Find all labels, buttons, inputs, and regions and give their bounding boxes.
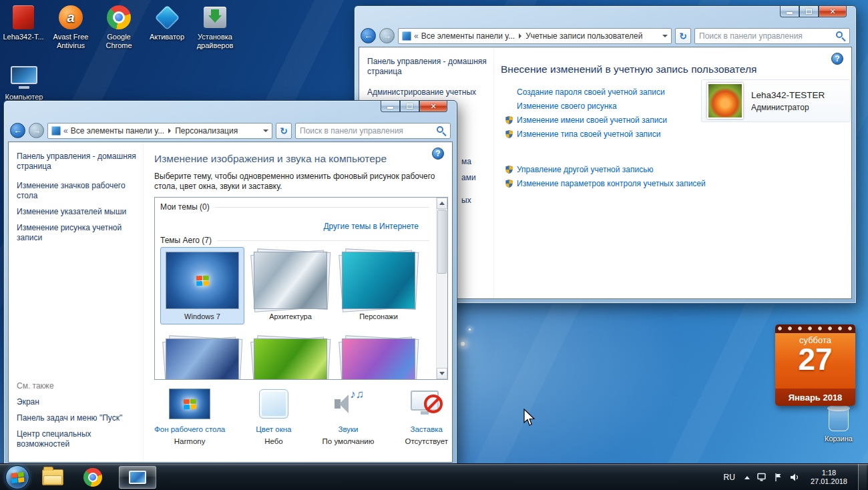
forward-button[interactable]: →: [379, 28, 395, 43]
volume-icon[interactable]: [789, 473, 800, 482]
personalization-footer: Фон рабочего стола Harmony Цвет окна Неб…: [154, 387, 448, 445]
sounds-button[interactable]: Звуки По умолчанию: [322, 387, 375, 445]
page-title: Изменение изображения и звука на компьют…: [154, 153, 387, 165]
desktop-icon-recycle-bin[interactable]: Корзина: [813, 406, 864, 443]
account-management-links: Управление другой учетной записью Измене…: [501, 165, 706, 188]
link-manage-other-account[interactable]: Управление другой учетной записью: [517, 165, 706, 174]
close-button[interactable]: ✕: [819, 6, 847, 17]
sidebar-change-account-picture[interactable]: Изменение рисунка учетной записи: [17, 223, 138, 243]
search-input[interactable]: [699, 31, 833, 41]
show-hidden-icons-button[interactable]: [744, 476, 750, 479]
help-button[interactable]: ?: [432, 148, 444, 160]
address-bar[interactable]: « Все элементы панели у... Персонализаци…: [47, 123, 272, 139]
search-box[interactable]: [694, 28, 850, 44]
breadcrumb-overflow-chevron[interactable]: «: [63, 126, 68, 136]
windows-flag-icon: [183, 399, 196, 409]
sidebar-change-mouse-pointers[interactable]: Изменение указателей мыши: [17, 207, 138, 217]
theme-partial-3[interactable]: [337, 334, 421, 379]
address-dropdown-icon[interactable]: [662, 35, 668, 37]
back-button[interactable]: ←: [10, 123, 25, 138]
get-more-themes-link[interactable]: Другие темы в Интернете: [323, 222, 419, 231]
breadcrumb-overflow-chevron[interactable]: «: [414, 31, 419, 41]
window-controls: ✕: [780, 6, 847, 17]
action-center-flag-icon[interactable]: [774, 473, 783, 482]
help-button[interactable]: ?: [831, 53, 843, 65]
recycle-bin-icon: [829, 407, 849, 431]
theme-partial-2[interactable]: [248, 334, 333, 379]
user-account-tile[interactable]: Leha342-TESTER Администратор: [701, 79, 851, 122]
scroll-up-button[interactable]: [437, 198, 447, 209]
taskbar-clock[interactable]: 1:18 27.01.2018: [807, 469, 851, 486]
desktop-icon-avast[interactable]: a Avast Free Antivirus: [45, 4, 96, 50]
breadcrumb-root[interactable]: Все элементы панели у...: [71, 126, 164, 136]
theme-windows7[interactable]: Windows 7: [160, 247, 244, 324]
theme-label: Персонажи: [337, 312, 420, 320]
link-create-password[interactable]: Создание пароля своей учетной записи: [517, 87, 667, 97]
desktop-icon-drivers[interactable]: Установка драйверов: [190, 4, 240, 50]
link-change-account-name[interactable]: Изменение имени своей учетной записи: [517, 115, 667, 125]
minimize-button[interactable]: [381, 101, 400, 112]
screensaver-button[interactable]: Заставка Отсутствует: [405, 387, 448, 445]
back-button[interactable]: ←: [361, 28, 376, 43]
taskbar-explorer-button[interactable]: [39, 466, 67, 489]
control-panel-sidebar: Панель управления - домашняя страница Из…: [9, 142, 144, 462]
chrome-icon: [83, 468, 102, 487]
window-color-button[interactable]: Цвет окна Небо: [256, 387, 291, 445]
sidebar-display[interactable]: Экран: [17, 397, 140, 407]
calendar-gadget[interactable]: суббота 27 Январь 2018: [775, 324, 855, 406]
show-desktop-button[interactable]: [858, 464, 867, 490]
sidebar-text-fragment: ами: [461, 173, 476, 182]
minimize-button[interactable]: [780, 6, 799, 17]
screensaver-icon: [409, 388, 444, 420]
theme-characters[interactable]: Персонажи: [337, 247, 421, 324]
address-dropdown-icon[interactable]: [263, 130, 268, 132]
start-button[interactable]: [5, 465, 29, 489]
taskbar-chrome-button[interactable]: [79, 466, 107, 489]
sidebar-taskbar-start-menu[interactable]: Панель задач и меню "Пуск": [17, 413, 140, 423]
sidebar-control-panel-home[interactable]: Панель управления - домашняя страница: [17, 152, 138, 172]
close-button[interactable]: ✕: [419, 101, 447, 112]
theme-partial-1[interactable]: [160, 334, 244, 379]
desktop-icon-computer[interactable]: Компьютер: [0, 64, 49, 101]
computer-icon: [11, 66, 37, 89]
desktop-background-thumbnail: [169, 389, 210, 419]
scrollbar[interactable]: [436, 198, 447, 379]
theme-architecture[interactable]: Архитектура: [248, 247, 333, 324]
minimize-icon: [387, 107, 393, 109]
breadcrumb-current[interactable]: Учетные записи пользователей: [525, 31, 642, 41]
user-role: Администратор: [751, 103, 825, 112]
desktop-icon-leha342[interactable]: Leha342-T...: [0, 4, 49, 41]
taskbar-control-panel-button[interactable]: [119, 466, 156, 489]
language-indicator[interactable]: RU: [721, 473, 738, 482]
desktop-icon-chrome[interactable]: Google Chrome: [93, 4, 144, 50]
maximize-button[interactable]: [799, 6, 819, 17]
link-change-picture[interactable]: Изменение своего рисунка: [517, 101, 667, 111]
window-content: Панель управления - домашняя страница Из…: [8, 142, 453, 463]
footer-item-label: Заставка: [405, 425, 448, 433]
sidebar-admin-accounts[interactable]: Администрирование учетных: [367, 87, 488, 97]
network-icon[interactable]: [756, 473, 767, 482]
refresh-button[interactable]: [276, 123, 292, 139]
breadcrumb-root[interactable]: Все элементы панели у...: [421, 31, 515, 41]
sidebar-change-desktop-icons[interactable]: Изменение значков рабочего стола: [17, 181, 138, 201]
desktop-background-button[interactable]: Фон рабочего стола Harmony: [154, 387, 225, 445]
link-change-account-type[interactable]: Изменение типа своей учетной записи: [517, 130, 667, 139]
desktop-icon-activator[interactable]: Активатор: [142, 4, 192, 41]
maximize-button[interactable]: [400, 101, 419, 112]
forward-button[interactable]: →: [29, 123, 44, 138]
search-box[interactable]: [295, 123, 451, 139]
sidebar-control-panel-home[interactable]: Панель управления - домашняя страница: [367, 57, 488, 77]
uac-shield-icon: [505, 115, 513, 125]
search-input[interactable]: [300, 126, 434, 136]
breadcrumb-current[interactable]: Персонализация: [175, 126, 238, 136]
page-description: Выберите тему, чтобы одновременно измени…: [154, 172, 445, 192]
link-change-uac-settings[interactable]: Изменение параметров контроля учетных за…: [517, 179, 706, 188]
desktop-icon-label: Активатор: [142, 33, 192, 41]
refresh-button[interactable]: [675, 28, 691, 44]
scrollbar-thumb[interactable]: [437, 210, 447, 274]
sidebar-ease-of-access-center[interactable]: Центр специальных возможностей: [17, 429, 140, 449]
scroll-up-icon: [439, 202, 445, 205]
address-bar[interactable]: « Все элементы панели у... Учетные запис…: [398, 28, 672, 44]
chrome-icon: [107, 5, 131, 29]
scroll-down-button[interactable]: [437, 368, 447, 379]
